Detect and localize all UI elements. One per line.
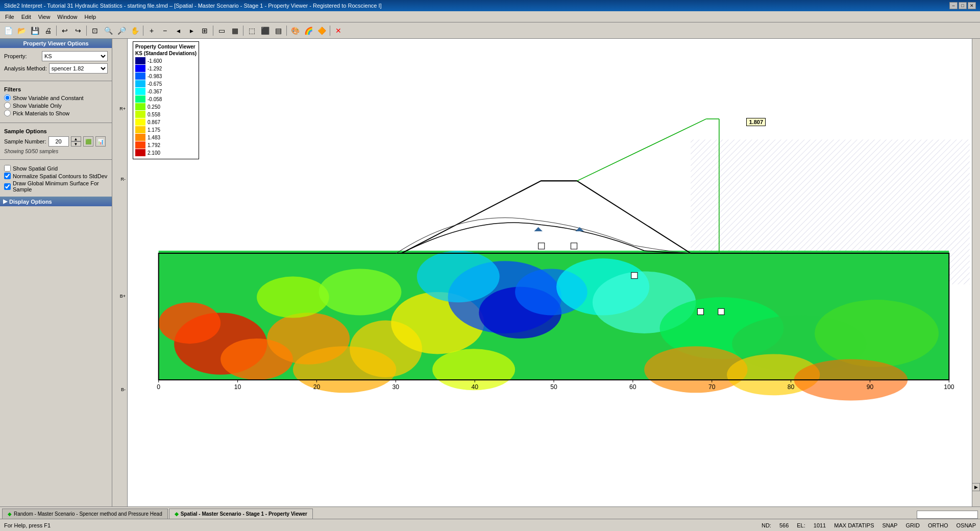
legend-color-swatch <box>135 126 145 133</box>
display-options-header[interactable]: ▶ Display Options <box>0 197 112 206</box>
legend-value-text: -0.983 <box>148 74 162 79</box>
control-node-5 <box>718 308 724 315</box>
tab-scroll-area <box>917 511 978 519</box>
sample-info: Showing 50/50 samples <box>4 149 108 154</box>
svg-text:0: 0 <box>157 383 160 391</box>
divider1 <box>0 81 112 81</box>
y-tick-1: R+ <box>119 106 127 111</box>
tab-random[interactable]: ◆ Random - Master Scenario - Spencer met… <box>2 509 168 519</box>
filter-radio-3[interactable]: Pick Materials to Show <box>4 110 108 116</box>
legend-value-text: 0.867 <box>148 119 160 125</box>
texture-btn[interactable]: 🔶 <box>315 25 328 37</box>
sample-increment-btn[interactable]: ▲ <box>71 136 81 141</box>
sep7 <box>330 26 330 36</box>
sample-color-btn[interactable]: 🟩 <box>83 136 93 147</box>
legend-color-swatch <box>135 88 145 95</box>
filters-header: Filters <box>4 86 108 92</box>
gradient-btn[interactable]: 🌈 <box>302 25 314 37</box>
pan-btn[interactable]: ✋ <box>129 25 141 37</box>
zoom-next-btn[interactable]: ▸ <box>185 25 198 37</box>
tab-bar: ◆ Random - Master Scenario - Spencer met… <box>0 506 980 519</box>
panel-header: Property Viewer Options <box>0 39 112 48</box>
legend-color-swatch <box>135 141 145 149</box>
sep5 <box>243 26 243 36</box>
property-select[interactable]: KS <box>42 51 108 61</box>
sep3 <box>143 26 143 36</box>
zoom-in-btn[interactable]: 🔍 <box>102 25 114 37</box>
sample-decrement-btn[interactable]: ▼ <box>71 141 81 147</box>
maximize-btn[interactable]: □ <box>959 2 967 9</box>
osnap-status: OSNAP <box>956 522 976 528</box>
legend-title2: KS (Standard Deviations) <box>135 51 197 56</box>
menu-help[interactable]: Help <box>81 13 99 21</box>
normalize-spatial-cb[interactable]: Normalize Spatial Contours to StdDev <box>4 173 108 179</box>
fit-btn[interactable]: ⊡ <box>89 25 101 37</box>
show-spatial-grid-cb[interactable]: Show Spatial Grid <box>4 165 108 172</box>
property-row: Property: KS <box>4 51 108 61</box>
y-tick-3: B+ <box>120 294 127 299</box>
analysis-method-row: Analysis Method: spencer 1.82 <box>4 63 108 74</box>
view1-btn[interactable]: ▭ <box>215 25 228 37</box>
checkboxes-section: Show Spatial Grid Normalize Spatial Cont… <box>0 162 112 197</box>
zoom-sel-btn[interactable]: ⊞ <box>199 25 211 37</box>
legend-entry: -0.367 <box>135 88 197 95</box>
tab-scroll-input[interactable] <box>917 511 978 519</box>
sample-number-input[interactable] <box>48 136 69 147</box>
legend-box: Property Contour Viewer KS (Standard Dev… <box>133 41 199 159</box>
svg-text:40: 40 <box>471 383 478 391</box>
value-label: 1.807 <box>746 118 766 126</box>
menu-window[interactable]: Window <box>54 13 80 21</box>
zoom-out2-btn[interactable]: − <box>159 25 171 37</box>
menu-view[interactable]: View <box>35 13 54 21</box>
zoom-out-btn[interactable]: 🔎 <box>115 25 128 37</box>
zoom-in2-btn[interactable]: + <box>145 25 158 37</box>
legend-value-text: -0.675 <box>148 81 162 87</box>
legend-entries: -1.600 -1.292 -0.983 -0.675 -0.367 -0.05… <box>135 57 197 156</box>
right-scrollbar[interactable] <box>972 39 980 506</box>
print-btn[interactable]: 🖨 <box>42 25 54 37</box>
layer-btn[interactable]: ⬚ <box>246 25 258 37</box>
tab-spatial-label: Spatial - Master Scenario - Stage 1 - Pr… <box>181 511 307 517</box>
sample-number-row: Sample Number: ▲ ▼ 🟩 📊 <box>4 136 108 147</box>
save-btn[interactable]: 💾 <box>29 25 41 37</box>
redo-btn[interactable]: ↪ <box>72 25 84 37</box>
menu-file[interactable]: File <box>2 13 17 21</box>
svg-text:70: 70 <box>708 383 716 391</box>
minimize-btn[interactable]: – <box>949 2 958 9</box>
legend-color-swatch <box>135 57 145 64</box>
draw-global-min-cb[interactable]: Draw Global Minimum Surface For Sample <box>4 180 108 192</box>
scrollbar-arrow-down[interactable]: ▶ <box>972 483 980 491</box>
sample-chart-btn[interactable]: 📊 <box>95 136 106 147</box>
open-btn[interactable]: 📂 <box>15 25 28 37</box>
legend-value-text: 0.250 <box>148 104 160 110</box>
help-text: For Help, press F1 <box>4 522 51 528</box>
sep1 <box>56 26 57 36</box>
close-btn[interactable]: ✕ <box>968 2 976 9</box>
material-btn[interactable]: ⬛ <box>259 25 271 37</box>
menu-edit[interactable]: Edit <box>18 13 34 21</box>
undo-btn[interactable]: ↩ <box>59 25 71 37</box>
tab-spatial[interactable]: ◆ Spatial - Master Scenario - Stage 1 - … <box>169 509 313 519</box>
analysis-method-select[interactable]: spencer 1.82 <box>49 63 108 74</box>
legend-entry: 0.558 <box>135 111 197 118</box>
legend-entry: 0.250 <box>135 103 197 110</box>
zoom-prev-btn[interactable]: ◂ <box>172 25 184 37</box>
filter-radio-1[interactable]: Show Variable and Constant <box>4 94 108 101</box>
el-label: EL: <box>797 522 805 528</box>
main-visualization: 0 10 20 30 40 50 60 70 80 90 100 <box>128 39 980 411</box>
filter-radio-2[interactable]: Show Variable Only <box>4 102 108 109</box>
app-title: Slide2 Interpret - Tutorial 31 Hydraulic… <box>4 3 382 9</box>
sample-options-header: Sample Options <box>4 128 108 134</box>
cancel-btn[interactable]: ✕ <box>332 25 345 37</box>
color-btn[interactable]: 🎨 <box>289 25 301 37</box>
pattern-btn[interactable]: ▤ <box>272 25 284 37</box>
legend-value-text: -1.292 <box>148 66 162 71</box>
svg-marker-27 <box>576 227 583 231</box>
legend-entry: 1.483 <box>135 134 197 141</box>
control-node-2 <box>571 243 577 249</box>
filters-section: Filters Show Variable and Constant Show … <box>0 83 112 120</box>
view2-btn[interactable]: ▦ <box>229 25 241 37</box>
legend-entry: -1.600 <box>135 57 197 64</box>
new-btn[interactable]: 📄 <box>2 25 14 37</box>
svg-text:20: 20 <box>313 383 321 391</box>
